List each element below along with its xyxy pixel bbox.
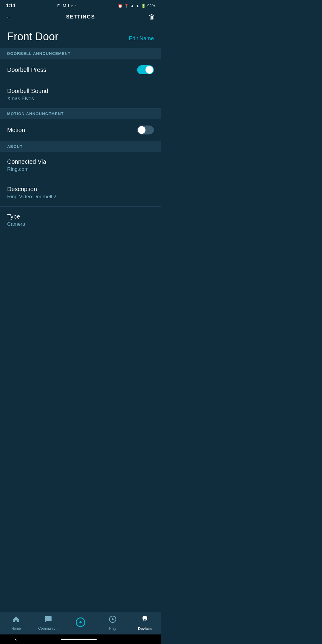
settings-sections: DOORBELL ANNOUNCEMENT Doorbell Press Doo… [0, 48, 161, 234]
type-value: Camera [7, 221, 25, 227]
section-header-about: ABOUT [0, 141, 161, 152]
doorbell-sound-label: Doorbell Sound [7, 88, 48, 95]
connected-via-group: Connected Via Ring.com [7, 158, 46, 172]
description-value: Ring Video Doorbell 2 [7, 194, 56, 200]
status-time: 1:11 [6, 3, 16, 8]
setting-row-motion: Motion [0, 119, 161, 141]
gmail-icon: M [63, 3, 66, 8]
status-bar: 1:11 🗒 M f ⌂ ● ⏰ 📍 ▲ ▲ 🔋 92% [0, 0, 161, 10]
status-icons: 🗒 M f ⌂ ● [57, 3, 77, 8]
alarm-icon: ⏰ [118, 4, 123, 8]
section-header-doorbell-announcement: DOORBELL ANNOUNCEMENT [0, 48, 161, 59]
message-icon: 🗒 [57, 3, 61, 8]
battery-icon: 🔋 [141, 4, 146, 8]
setting-row-connected-via: Connected Via Ring.com [0, 152, 161, 179]
delete-button[interactable]: 🗑 [148, 13, 155, 21]
back-button[interactable]: ← [6, 13, 13, 21]
doorbell-press-toggle-knob [145, 66, 153, 74]
device-name: Front Door [7, 30, 58, 43]
facebook-icon: f [68, 3, 69, 8]
toolbar: ← SETTINGS 🗑 [0, 10, 161, 24]
connected-via-value: Ring.com [7, 166, 46, 172]
motion-label: Motion [7, 127, 25, 134]
device-name-section: Front Door Edit Name [0, 24, 161, 48]
doorbell-press-toggle[interactable] [137, 65, 154, 74]
setting-row-doorbell-press: Doorbell Press [0, 59, 161, 81]
location-icon: 📍 [124, 4, 129, 8]
dot-icon: ● [75, 4, 77, 7]
description-group: Description Ring Video Doorbell 2 [7, 186, 56, 200]
toolbar-title: SETTINGS [66, 14, 95, 20]
doorbell-sound-value: Xmas Elves [7, 96, 48, 102]
type-group: Type Camera [7, 213, 25, 227]
battery-percent: 92% [147, 4, 155, 8]
home-icon-status: ⌂ [71, 3, 73, 8]
connected-via-label: Connected Via [7, 158, 46, 165]
bottom-spacer [0, 234, 161, 270]
section-header-motion-announcement: MOTION ANNOUNCEMENT [0, 109, 161, 119]
signal-icon: ▲ [136, 4, 140, 8]
motion-toggle-knob [138, 126, 145, 134]
setting-row-description: Description Ring Video Doorbell 2 [0, 179, 161, 207]
doorbell-press-label: Doorbell Press [7, 66, 46, 73]
setting-row-type: Type Camera [0, 207, 161, 234]
edit-name-button[interactable]: Edit Name [129, 35, 154, 43]
doorbell-sound-group: Doorbell Sound Xmas Elves [7, 88, 48, 102]
description-label: Description [7, 186, 56, 193]
motion-toggle[interactable] [137, 126, 154, 134]
wifi-icon: ▲ [130, 4, 134, 8]
type-label: Type [7, 213, 25, 220]
setting-row-doorbell-sound[interactable]: Doorbell Sound Xmas Elves [0, 81, 161, 109]
status-right: ⏰ 📍 ▲ ▲ 🔋 92% [118, 4, 155, 8]
